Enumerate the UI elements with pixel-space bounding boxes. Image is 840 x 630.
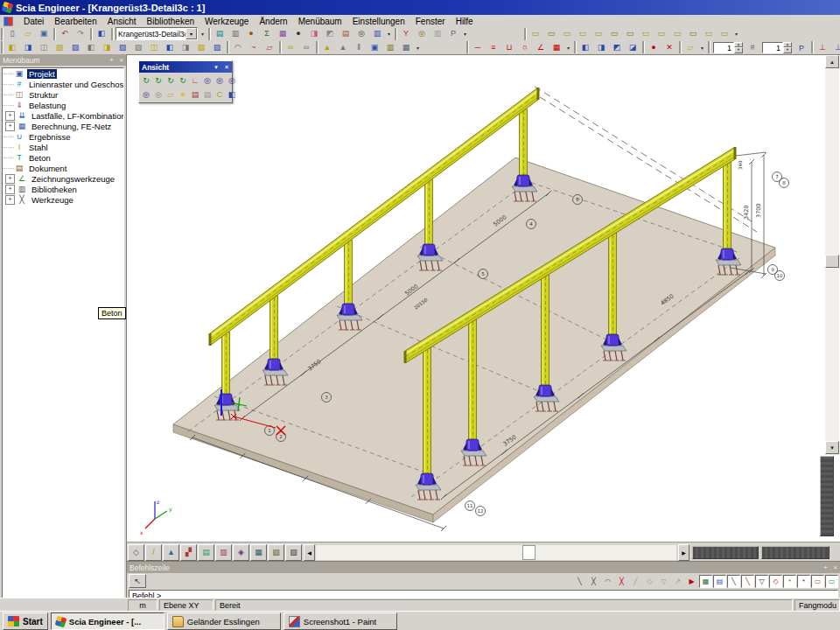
menu-item-hilfe[interactable]: Hilfe	[451, 16, 479, 27]
project-combobox[interactable]: Krangerüst3-Detail3c ▾	[116, 27, 198, 40]
select-label-button[interactable]: ▨	[209, 41, 225, 54]
menu-item-menbaum[interactable]: Menübaum	[293, 16, 347, 27]
plane-cell[interactable]: Ebene XY	[159, 599, 214, 612]
snap-edge-button[interactable]: ▭	[811, 575, 824, 588]
sidebar-item-struktur[interactable]: ◫Struktur	[3, 89, 123, 100]
numbering-button[interactable]: ▥	[215, 544, 232, 561]
surface-mode-button[interactable]: ▞	[180, 544, 197, 561]
sidebar-item-lastf-lle--lf-kombinationen[interactable]: +⇊Lastfälle, LF-Kombinationen	[3, 110, 123, 121]
snap-node-button[interactable]: *	[783, 575, 796, 588]
labels-button[interactable]: ▤	[198, 544, 214, 561]
expand-icon[interactable]: +	[5, 122, 15, 131]
zoom-all-button[interactable]: ◎	[140, 88, 152, 102]
track-b-button[interactable]: ◇	[643, 575, 656, 588]
sidebar-item-werkzeuge[interactable]: +╳Werkzeuge	[3, 194, 123, 205]
expand-icon[interactable]: +	[5, 174, 15, 184]
view-point-button[interactable]: ◇	[128, 544, 144, 561]
project-more-dropdown[interactable]: ▾	[199, 28, 206, 39]
shade-mode-button[interactable]: ▲	[163, 544, 179, 561]
segment-dropdown[interactable]: ▾	[414, 42, 422, 53]
activity-spinner[interactable]: 1 ▲▼	[713, 42, 743, 53]
align-button[interactable]: ‖	[351, 41, 367, 54]
scroll-right-icon[interactable]: ▶	[678, 544, 690, 561]
start-button[interactable]: Start	[3, 612, 48, 630]
search-button[interactable]: ◎	[354, 27, 369, 40]
view-save-button[interactable]: ▭	[669, 27, 685, 40]
select-beam-button[interactable]: ▧	[115, 41, 130, 54]
link-on-button[interactable]: ∞	[283, 41, 298, 54]
window-new-button[interactable]: ◩	[322, 27, 338, 40]
segment-dropdown[interactable]: ▾	[564, 42, 572, 53]
select-none-button[interactable]: ◨	[20, 41, 36, 54]
view-params-button[interactable]: ◧	[226, 88, 238, 102]
menu-item-datei[interactable]: Datei	[18, 16, 49, 27]
view-front-button[interactable]: ▭	[528, 27, 543, 40]
segment-dropdown[interactable]: ▾	[385, 28, 393, 39]
command-line-header[interactable]: Befehlszeile + ×	[127, 562, 840, 573]
zoom-in-button[interactable]: ◎	[201, 74, 214, 88]
horizontal-scroll-thumb[interactable]	[522, 545, 536, 560]
wizard-button[interactable]: Y	[398, 27, 414, 40]
table-button[interactable]: ▥	[430, 27, 445, 40]
snap-end-button[interactable]: ╲	[741, 575, 754, 588]
wire-mode-button[interactable]: /	[145, 544, 162, 561]
expand-icon[interactable]: +	[5, 185, 15, 194]
scroll-left-icon[interactable]: ◀	[304, 544, 315, 561]
menu-item-fenster[interactable]: Fenster	[410, 16, 451, 27]
menu-tree-header[interactable]: Menübaum + ×	[0, 54, 126, 66]
select-layer-button[interactable]: ▨	[67, 41, 83, 54]
sidebar-item-projekt[interactable]: ▣Projekt	[3, 68, 123, 79]
line-button[interactable]: ─	[470, 41, 486, 54]
snap-line-button[interactable]: ╲	[573, 575, 586, 588]
sidebar-item-ergebnisse[interactable]: ∪Ergebnisse	[3, 131, 123, 142]
select-load-button[interactable]: ◨	[178, 41, 193, 54]
segment-dropdown[interactable]: ▾	[732, 28, 740, 39]
cursor-mode-button[interactable]: ↖	[129, 574, 146, 588]
snap-delete-button[interactable]: ╳	[615, 575, 628, 588]
menu-item-einstellungen[interactable]: Einstellungen	[347, 16, 410, 27]
horizontal-scrollbar[interactable]	[316, 545, 676, 560]
move-up-button[interactable]: ▲	[319, 41, 335, 54]
menu-tree-pin-icon[interactable]: +	[107, 55, 116, 65]
layer-spinner[interactable]: 1 ▲▼	[762, 42, 792, 53]
view-back-button[interactable]: ▭	[543, 27, 559, 40]
view-bottom-button[interactable]: ▭	[606, 27, 622, 40]
mdi-child-icon[interactable]	[4, 17, 13, 26]
view-top-button[interactable]: ▭	[591, 27, 606, 40]
view-axo2-button[interactable]: ▭	[638, 27, 654, 40]
vertical-scrollbar[interactable]: ▲ ▼	[825, 55, 839, 455]
snap-surface-button[interactable]: ▭	[825, 575, 838, 588]
print-preview-button[interactable]: ▤	[338, 27, 354, 40]
view-edit-button[interactable]: ▱	[164, 88, 177, 102]
select-filter-button[interactable]: ◨	[99, 41, 115, 54]
segment-dropdown[interactable]: ▾	[461, 28, 469, 39]
view-next-button[interactable]: ▭	[717, 27, 732, 40]
expand-icon[interactable]: +	[5, 111, 15, 121]
protocol-button[interactable]: P	[445, 27, 461, 40]
select-invert-button[interactable]: ◫	[36, 41, 52, 54]
copy-geom-button[interactable]: ◧	[578, 41, 593, 54]
track-c-button[interactable]: ▽	[657, 575, 670, 588]
snap-intersect-button[interactable]: ◇	[769, 575, 782, 588]
rotate-vertical-bar[interactable]	[820, 456, 834, 536]
taskbar-task-scia[interactable]: Scia Engineer - [...	[51, 612, 164, 630]
grid-button[interactable]: ▦	[398, 41, 414, 54]
rotate-free-button[interactable]: ↻	[177, 74, 189, 88]
cut-button[interactable]: ✕	[662, 41, 677, 54]
calculation-button[interactable]: Σ	[259, 27, 275, 40]
document-zoom-button[interactable]: ◎	[414, 27, 430, 40]
zoom-window-button[interactable]: ◎	[226, 74, 238, 88]
polyline-button[interactable]: ≡	[486, 41, 501, 54]
view-persp-button[interactable]: ▭	[654, 27, 669, 40]
dot-grid-button[interactable]: ▦	[699, 575, 712, 588]
save-button[interactable]: ▣	[36, 27, 52, 40]
rotate-x-button[interactable]: ↻	[140, 74, 152, 88]
menu-item-bearbeiten[interactable]: Bearbeiten	[49, 16, 102, 27]
command-pin-icon[interactable]: +	[821, 563, 830, 572]
rotate-bar-1[interactable]	[692, 546, 759, 559]
undo-button[interactable]: ↶	[57, 27, 73, 40]
select-support-button[interactable]: ◧	[162, 41, 178, 54]
gallery-button[interactable]: ▥	[369, 27, 385, 40]
print-data-button[interactable]: ▥	[228, 27, 243, 40]
paste-geom-button[interactable]: ◨	[593, 41, 609, 54]
